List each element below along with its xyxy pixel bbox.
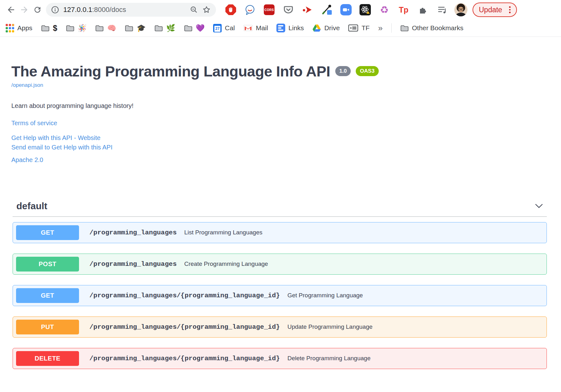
bookmark-drive[interactable]: Drive: [312, 24, 340, 32]
react-devtools-extension[interactable]: [359, 4, 371, 16]
endpoint-path: /programming_languages/{programming_lang…: [89, 323, 280, 331]
bookmark-label: Apps: [17, 24, 32, 32]
stop-hand-extension[interactable]: [225, 4, 237, 16]
recycle-extension[interactable]: ♻: [378, 4, 390, 16]
bookmark-label: Mail: [256, 24, 268, 32]
tag-section-default: default GET /programming_languages List …: [13, 201, 547, 369]
extensions-menu-button[interactable]: [417, 4, 429, 16]
media-controls-button[interactable]: [436, 4, 448, 16]
forward-button[interactable]: [18, 3, 31, 16]
tag-title: default: [16, 201, 47, 211]
url-text: 127.0.0.1:8000/docs: [63, 6, 186, 14]
method-badge: GET: [16, 225, 79, 240]
eyedropper-extension[interactable]: [321, 4, 333, 16]
recycle-icon: ♻: [380, 5, 389, 15]
calendar-icon: 27: [213, 24, 222, 32]
bookmark-label: Links: [288, 24, 304, 32]
video-camera-extension[interactable]: [340, 4, 352, 16]
folder-emoji: 🌿: [166, 25, 175, 32]
bookmark-folder-pinata[interactable]: 🪅: [66, 25, 87, 32]
method-badge: PUT: [16, 320, 79, 334]
bookmark-folder-brain[interactable]: 🧠: [95, 25, 116, 32]
bookmark-label: Cal: [225, 24, 235, 32]
cors-icon: CORS: [264, 4, 275, 15]
contact-email-link[interactable]: Send email to Get Help with this API: [11, 144, 561, 151]
bookmark-folder-dollar[interactable]: $: [41, 24, 57, 32]
apps-grid-icon: [6, 24, 14, 32]
star-icon[interactable]: [202, 5, 211, 14]
bookmark-folder-purple-heart[interactable]: 💜: [184, 25, 205, 32]
pocket-extension[interactable]: [282, 4, 294, 16]
endpoint-row-get-list[interactable]: GET /programming_languages List Programm…: [13, 222, 547, 243]
openapi-spec-link[interactable]: /openapi.json: [11, 82, 43, 88]
avatar-image: [454, 3, 468, 16]
links-icon: [276, 24, 285, 32]
endpoint-path: /programming_languages: [89, 260, 177, 268]
pocket-icon: [283, 5, 293, 15]
swagger-page: The Amazing Programming Language Info AP…: [0, 37, 561, 369]
license-link[interactable]: Apache 2.0: [11, 156, 561, 164]
endpoint-summary: Create Programming Language: [184, 260, 268, 267]
folder-icon: [154, 25, 163, 32]
bookmark-tf[interactable]: TF: [348, 24, 370, 32]
cors-extension[interactable]: CORS: [263, 4, 275, 16]
kebab-menu-icon[interactable]: [507, 5, 513, 14]
bookmarks-overflow-button[interactable]: »: [378, 23, 382, 33]
tp-extension[interactable]: Tp: [398, 4, 410, 16]
contact-website-link[interactable]: Get Help with this API - Website: [11, 134, 561, 142]
back-button[interactable]: [4, 3, 18, 16]
chat-bubble-extension[interactable]: [244, 4, 256, 16]
folder-emoji: 💜: [196, 25, 205, 32]
endpoint-row-put-update[interactable]: PUT /programming_languages/{programming_…: [13, 316, 547, 338]
bookmark-folder-herb[interactable]: 🌿: [154, 25, 175, 32]
zoom-out-icon[interactable]: [190, 6, 198, 14]
red-arrow-icon: [302, 4, 313, 15]
video-camera-icon: [340, 4, 352, 15]
endpoint-row-get-one[interactable]: GET /programming_languages/{programming_…: [13, 285, 547, 306]
eyedropper-icon: [321, 4, 333, 16]
folder-emoji: $: [53, 24, 57, 32]
other-bookmarks[interactable]: Other Bookmarks: [400, 24, 463, 32]
endpoint-summary: Get Programming Language: [287, 292, 363, 299]
reload-icon: [33, 5, 42, 14]
method-badge: GET: [16, 288, 79, 303]
profile-avatar[interactable]: [454, 3, 468, 16]
bookmark-label: TF: [361, 24, 370, 32]
api-info-block: The Amazing Programming Language Info AP…: [0, 37, 561, 164]
red-arrow-extension[interactable]: [302, 4, 314, 16]
bookmarks-bar: Apps $ 🪅 🧠 🎓 🌿 💜 27 Cal Mail Links: [0, 20, 561, 37]
react-devtools-icon: [360, 4, 371, 15]
folder-emoji: 🪅: [78, 25, 87, 32]
chevron-down-icon[interactable]: [535, 204, 543, 208]
info-icon[interactable]: [51, 6, 59, 14]
address-bar[interactable]: 127.0.0.1:8000/docs: [46, 3, 216, 17]
update-button-label: Update: [479, 6, 502, 14]
back-icon: [6, 5, 16, 14]
bookmark-mail[interactable]: Mail: [243, 24, 268, 32]
folder-icon: [400, 25, 409, 32]
browser-toolbar: 127.0.0.1:8000/docs CORS: [0, 0, 561, 20]
bookmark-cal[interactable]: 27 Cal: [213, 24, 235, 32]
bookmark-folder-grad-cap[interactable]: 🎓: [125, 25, 146, 32]
stop-hand-icon: [225, 4, 236, 15]
bookmark-apps[interactable]: Apps: [6, 24, 32, 32]
tag-header[interactable]: default: [13, 201, 547, 217]
folder-icon: [95, 25, 104, 32]
chat-bubble-icon: [244, 4, 256, 15]
endpoint-row-delete[interactable]: DELETE /programming_languages/{programmi…: [13, 348, 547, 369]
folder-emoji: 🧠: [107, 25, 116, 32]
bookmark-links[interactable]: Links: [276, 24, 304, 32]
tp-icon: Tp: [399, 6, 409, 14]
reload-button[interactable]: [31, 3, 44, 16]
endpoint-path: /programming_languages: [89, 229, 177, 236]
method-badge: DELETE: [16, 351, 79, 366]
update-button[interactable]: Update: [473, 3, 517, 17]
bookmarks-divider: [391, 23, 392, 33]
endpoint-path: /programming_languages/{programming_lang…: [89, 355, 280, 362]
other-bookmarks-label: Other Bookmarks: [412, 24, 463, 32]
forward-icon: [20, 5, 29, 14]
page-title: The Amazing Programming Language Info AP…: [11, 63, 330, 80]
terms-of-service-link[interactable]: Terms of service: [11, 120, 561, 127]
endpoint-row-post-create[interactable]: POST /programming_languages Create Progr…: [13, 254, 547, 275]
folder-icon: [66, 25, 75, 32]
